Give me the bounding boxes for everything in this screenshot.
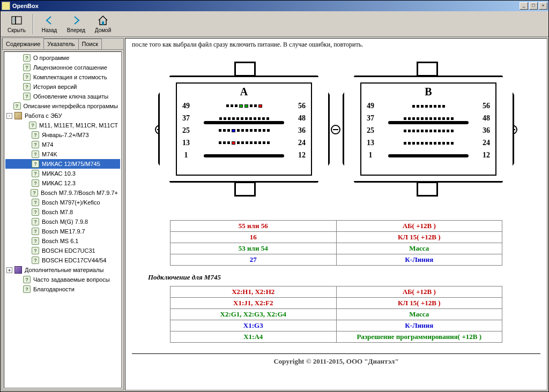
tree-item-label: Январь-7.2+/М73 <box>41 131 90 139</box>
tree-toggle[interactable]: - <box>6 113 12 119</box>
tree-item[interactable]: ?Обновление ключа защиты <box>5 92 120 101</box>
svg-rect-1 <box>16 17 21 24</box>
tree-item-label: Bosch M(G) 7.9.8 <box>41 217 89 226</box>
help-icon: ? <box>32 141 39 148</box>
tab-search[interactable]: Поиск <box>78 39 102 49</box>
tree-item-label: BOSCH EDC7UC31 <box>41 246 97 255</box>
connector-a: A 4956374825361324112 <box>158 76 330 183</box>
tab-contents[interactable]: Содержание <box>2 37 44 49</box>
help-icon: ? <box>23 73 31 81</box>
section-title-m745: Подключение для М745 <box>148 273 540 282</box>
app-icon <box>2 2 10 10</box>
connector-diagram: A 4956374825361324112 B 4956374825361324… <box>154 54 518 215</box>
tree-item[interactable]: ?М74K <box>5 149 120 159</box>
tree-item-label: Bosch M7.9.7/Bosch M7.9.7+ <box>40 189 119 197</box>
tree-item[interactable]: ?Часто задаваемые вопросы <box>5 275 120 284</box>
tree-item[interactable]: ?О программе <box>5 53 120 63</box>
tree-item-label: Bosch MS 6.1 <box>41 237 79 245</box>
tree-item[interactable]: ?М74 <box>5 140 120 149</box>
tree-item-label: Благодарности <box>32 285 76 293</box>
minimize-button[interactable]: _ <box>520 2 528 10</box>
connector-tab <box>234 62 256 77</box>
help-icon: ? <box>23 54 31 62</box>
help-icon: ? <box>32 208 39 216</box>
tab-index[interactable]: Указатель <box>43 39 78 49</box>
tree-toggle[interactable]: + <box>6 267 12 273</box>
help-icon: ? <box>32 179 39 187</box>
connector-b-label: B <box>365 86 492 98</box>
sidebar-tabs: Содержание Указатель Поиск <box>2 39 123 50</box>
book-icon <box>14 112 22 119</box>
tree-item[interactable]: ?Bosch M7.8 <box>5 207 120 217</box>
close-button[interactable]: × <box>539 2 547 10</box>
screw-icon <box>331 125 340 134</box>
help-icon: ? <box>23 83 31 91</box>
tree-item[interactable]: ?Лицензионное соглашение <box>5 63 120 72</box>
tree-item[interactable]: ?Bosch M(G) 7.9.8 <box>5 217 120 227</box>
help-icon: ? <box>32 257 39 264</box>
tree-item[interactable]: ?М11, М11ЕТ, М11CR, М11СТ <box>5 120 120 130</box>
tree-item[interactable]: ?История версий <box>5 82 120 92</box>
home-button[interactable]: Домой <box>90 13 116 35</box>
forward-button[interactable]: Вперед <box>63 13 89 35</box>
back-button[interactable]: Назад <box>36 13 62 35</box>
tree-item-label: Лицензионное соглашение <box>32 63 108 72</box>
help-icon: ? <box>23 64 31 71</box>
tree-item[interactable]: ?Описание интерфейса программы <box>5 101 120 111</box>
tree-item[interactable]: ?Благодарности <box>5 284 120 294</box>
tree-item[interactable]: ?МИКАС 12/М75/М745 <box>5 159 120 169</box>
window-controls: _ □ × <box>520 2 547 10</box>
tree-item-label: BOSCH EDC17CV44/54 <box>41 256 107 265</box>
maximize-button[interactable]: □ <box>529 2 538 10</box>
toolbar: Скрыть Назад Вперед Домой <box>1 11 548 37</box>
tree-item[interactable]: ?Bosch MS 6.1 <box>5 236 120 246</box>
tree-item[interactable]: ?BOSCH EDC17CV44/54 <box>5 255 120 265</box>
connector-tab <box>417 182 438 197</box>
contents-tree[interactable]: ?О программе?Лицензионное соглашение?Ком… <box>4 51 122 388</box>
tree-item-label: М74K <box>41 150 58 159</box>
help-icon: ? <box>23 285 31 293</box>
main-content[interactable]: после того как выбрали файл сразу включи… <box>125 38 547 390</box>
hide-icon <box>11 14 23 26</box>
connector-tab <box>417 62 438 77</box>
tree-item-label: МИКАС 12.3 <box>41 179 77 187</box>
tree-item-label: М74 <box>41 140 54 149</box>
tree-item-label: История версий <box>32 82 78 91</box>
tree-item-label: Дополнительные материалы <box>24 266 105 274</box>
tree-item[interactable]: ?Январь-7.2+/М73 <box>5 130 120 140</box>
tree-item[interactable]: ?МИКАС 10.3 <box>5 169 120 178</box>
toolbar-separator <box>33 14 33 34</box>
copyright-footer: Copyright © 2011-2015, ООО "Диантэл" <box>132 353 540 366</box>
tree-item-label: Работа с ЭБУ <box>24 111 63 120</box>
tree-item-label: Bosch M797(+)/Kefico <box>41 198 101 207</box>
help-icon: ? <box>32 131 39 139</box>
table-row: X1:J1, X2:F2КЛ 15( +12В ) <box>170 298 502 309</box>
tree-item[interactable]: ?Комплектация и стоимость <box>5 72 120 82</box>
sidebar: Содержание Указатель Поиск ?О программе?… <box>2 38 124 390</box>
tree-item[interactable]: ?МИКАС 12.3 <box>5 178 120 188</box>
help-icon: ? <box>29 122 36 129</box>
tree-item[interactable]: ?Bosch M7.9.7/Bosch M7.9.7+ <box>5 188 120 198</box>
back-icon <box>43 14 55 26</box>
help-icon: ? <box>32 218 39 225</box>
hide-button[interactable]: Скрыть <box>4 13 29 35</box>
titlebar[interactable]: OpenBox _ □ × <box>1 1 548 11</box>
table-row: 27К-Линия <box>170 254 502 266</box>
tree-item[interactable]: ?Bosch M797(+)/Kefico <box>5 198 120 207</box>
tree-item-label: М11, М11ЕТ, М11CR, М11СТ <box>38 121 119 130</box>
home-icon <box>97 14 109 26</box>
intro-text: после того как выбрали файл сразу включи… <box>132 41 540 49</box>
pin-table-1: 55 или 56АБ( +12В )16КЛ 15( +12В )53 или… <box>170 220 502 266</box>
book-icon <box>14 266 22 274</box>
tree-item[interactable]: +Дополнительные материалы <box>5 265 120 275</box>
tree-item-label: О программе <box>32 54 70 62</box>
tree-item-label: МИКАС 12/М75/М745 <box>41 160 101 168</box>
window-title: OpenBox <box>12 3 520 9</box>
tree-item[interactable]: -Работа с ЭБУ <box>5 111 120 120</box>
table-row: 53 или 54Масса <box>170 243 502 254</box>
tree-item[interactable]: ?BOSCH EDC7UC31 <box>5 246 120 255</box>
table-row: X2:H1, X2:H2АБ( +12В ) <box>170 287 502 298</box>
help-icon: ? <box>32 247 39 254</box>
tree-item[interactable]: ?Bosch ME17.9.7 <box>5 227 120 236</box>
connector-a-label: A <box>180 86 308 98</box>
